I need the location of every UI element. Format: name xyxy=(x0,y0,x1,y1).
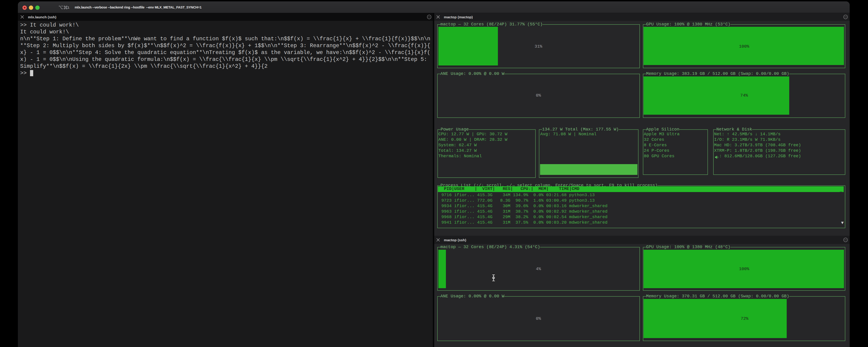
svg-text:1: 1 xyxy=(68,5,70,9)
